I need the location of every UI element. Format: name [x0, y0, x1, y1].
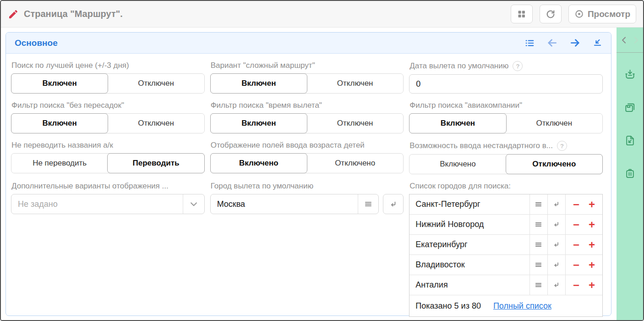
field-filter-time: Фильтр поиска "время вылета" Включен Отк…: [210, 100, 404, 133]
city-name: Санкт-Петербург: [409, 194, 529, 214]
field-complex-route: Вариант "сложный маршрут" Включен Отключ…: [210, 60, 404, 94]
default-date-input[interactable]: [409, 74, 603, 94]
row-add-icon[interactable]: +: [589, 219, 595, 230]
filter-airlines-off-option[interactable]: Отключен: [506, 114, 602, 133]
filter-nonstop-toggle: Включен Отключен: [11, 113, 205, 133]
edit-pencil-icon: [8, 9, 19, 20]
default-city-input[interactable]: Москва: [210, 194, 379, 214]
translate-airlines-label: Не переводить названия а/к: [11, 141, 113, 150]
row-add-icon[interactable]: +: [589, 280, 595, 291]
help-icon[interactable]: ?: [513, 61, 523, 71]
field-nonstandard-input: Возможность ввода нестандартного в... ? …: [409, 139, 603, 174]
table-row: Владивосток −+: [409, 255, 602, 275]
full-list-link[interactable]: Полный список: [493, 301, 551, 311]
preview-button[interactable]: Просмотр: [568, 5, 636, 23]
nonstandard-on-option[interactable]: Включено: [409, 155, 506, 174]
table-row: Нижний Новгород −+: [409, 215, 602, 235]
row-add-icon[interactable]: +: [589, 239, 595, 250]
row-actions: −+: [565, 235, 602, 255]
filter-airlines-label: Фильтр поиска "авиакомпании": [409, 101, 522, 110]
row-actions: −+: [565, 215, 602, 234]
panel-body: Поиск по лучшей цене (+/-3 дня) Включен …: [6, 54, 611, 317]
field-default-date: Дата вылета по умолчанию ?: [409, 60, 603, 94]
chevron-left-icon[interactable]: [620, 36, 628, 44]
city-list-label: Список городов для поиска:: [409, 182, 511, 191]
page-header-actions: Просмотр: [511, 5, 636, 23]
nonstandard-input-label: Возможность ввода нестандартного в...: [409, 141, 553, 150]
default-city-label: Город вылета по умолчанию: [211, 182, 314, 191]
children-age-off-option[interactable]: Отключено: [307, 154, 403, 173]
table-row: Санкт-Петербург −+: [409, 194, 602, 215]
save-as-copy-icon[interactable]: [624, 101, 636, 114]
complex-route-on-option[interactable]: Включен: [210, 73, 307, 94]
field-additional-display: Дополнительные варианты отображения ... …: [11, 180, 205, 317]
download-save-icon[interactable]: [624, 68, 636, 81]
enter-button[interactable]: [383, 194, 404, 214]
best-price-toggle: Включен Отключен: [11, 73, 205, 94]
filter-nonstop-label: Фильтр поиска "без пересадок": [11, 101, 124, 110]
panel-list-icon[interactable]: [524, 38, 535, 48]
city-name: Владивосток: [409, 255, 529, 275]
row-enter-icon[interactable]: [547, 275, 565, 295]
row-remove-icon[interactable]: −: [573, 280, 579, 291]
no-translate-option[interactable]: Не переводить: [11, 154, 108, 173]
city-name: Нижний Новгород: [409, 215, 529, 234]
help-icon[interactable]: ?: [557, 141, 567, 151]
panel-collapse-icon[interactable]: [593, 38, 602, 48]
row-enter-icon[interactable]: [547, 215, 565, 234]
row-enter-icon[interactable]: [547, 194, 565, 214]
row-remove-icon[interactable]: −: [573, 260, 579, 271]
translate-airlines-toggle: Не переводить Переводить: [11, 153, 205, 173]
filter-time-toggle: Включен Отключен: [210, 113, 404, 133]
row-enter-icon[interactable]: [547, 235, 565, 255]
row-remove-icon[interactable]: −: [573, 199, 579, 210]
row-list-icon[interactable]: [529, 235, 547, 255]
children-age-on-option[interactable]: Включено: [210, 153, 307, 173]
filter-time-off-option[interactable]: Отключен: [307, 114, 403, 133]
row-list-icon[interactable]: [529, 194, 547, 214]
chevron-down-icon[interactable]: [183, 194, 204, 214]
field-children-age: Отображение полей ввода возраста детей В…: [210, 139, 404, 174]
panel-tools: [524, 38, 602, 48]
filter-nonstop-on-option[interactable]: Включен: [11, 113, 108, 133]
additional-display-select[interactable]: Не задано: [11, 194, 205, 214]
right-sidebar: [617, 28, 643, 320]
sidebar-collapse-controls: [617, 28, 643, 53]
complex-route-toggle: Включен Отключен: [210, 73, 404, 94]
panel-prev-arrow-icon[interactable]: [547, 38, 557, 48]
layout-grid-button[interactable]: [511, 5, 533, 23]
table-row: Анталия −+: [409, 275, 602, 295]
trash-icon[interactable]: [624, 167, 636, 180]
file-export-icon[interactable]: [624, 134, 636, 147]
complex-route-off-option[interactable]: Отключен: [307, 74, 403, 93]
row-list-icon[interactable]: [529, 255, 547, 275]
row-remove-icon[interactable]: −: [573, 239, 579, 250]
nonstandard-off-option[interactable]: Отключено: [506, 154, 603, 174]
row-remove-icon[interactable]: −: [573, 219, 579, 230]
chevron-right-icon[interactable]: [632, 36, 640, 44]
row-list-icon[interactable]: [529, 275, 547, 295]
filter-time-on-option[interactable]: Включен: [210, 113, 307, 133]
row-actions: −+: [565, 275, 602, 295]
filter-nonstop-off-option[interactable]: Отключен: [108, 114, 204, 133]
city-list-icon[interactable]: [358, 194, 378, 214]
refresh-button[interactable]: [540, 5, 562, 23]
preview-button-label: Просмотр: [588, 9, 630, 19]
city-name: Екатеринбург: [409, 235, 529, 255]
panel-next-arrow-icon[interactable]: [570, 38, 580, 48]
page-header: Страница "Маршрут". Просмотр: [1, 1, 643, 28]
row-add-icon[interactable]: +: [589, 199, 595, 210]
main-area: Основное: [1, 28, 643, 320]
filter-airlines-on-option[interactable]: Включен: [409, 113, 506, 133]
default-city-value: Москва: [211, 194, 358, 214]
row-actions: −+: [565, 255, 602, 275]
row-enter-icon[interactable]: [547, 255, 565, 275]
field-default-city: Город вылета по умолчанию Москва: [210, 180, 404, 317]
default-city-combo: Москва: [210, 194, 404, 214]
best-price-on-option[interactable]: Включен: [11, 73, 108, 94]
translate-option[interactable]: Переводить: [107, 153, 204, 173]
row-add-icon[interactable]: +: [589, 260, 595, 271]
best-price-off-option[interactable]: Отключен: [108, 74, 204, 93]
main-panel: Основное: [5, 32, 611, 316]
row-list-icon[interactable]: [529, 215, 547, 234]
